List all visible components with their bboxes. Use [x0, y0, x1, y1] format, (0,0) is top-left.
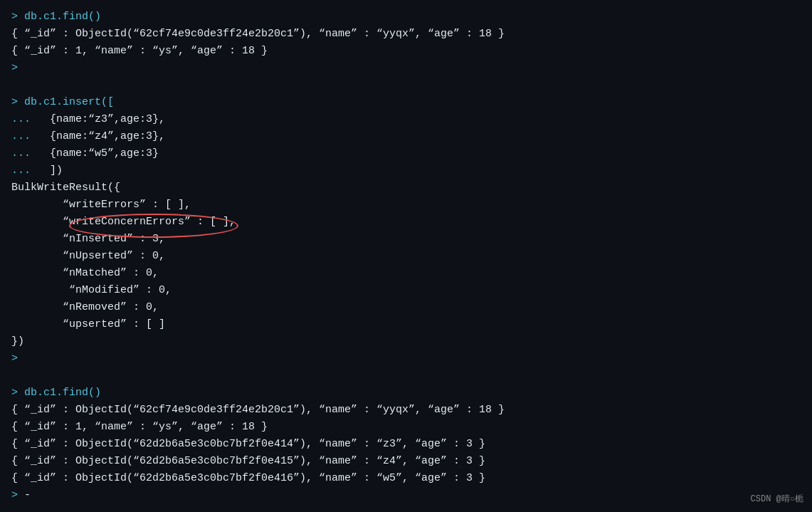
prompt-symbol: > — [11, 385, 24, 402]
line-15: “nUpserted” : 0, — [11, 248, 801, 265]
line-11: BulkWriteResult({ — [11, 179, 801, 197]
result-text: { “_id” : ObjectId(“62d2b6a5e3c0bc7bf2f0… — [11, 436, 485, 453]
watermark: CSDN @晴○栀 — [751, 493, 803, 506]
cursor-dash: - — [24, 487, 31, 504]
result-text: “nMatched” : 0, — [11, 265, 159, 282]
line-29: > - — [11, 487, 801, 504]
ellipsis: ... — [11, 128, 37, 145]
result-text: “writeConcernErrors” : [ ], — [11, 214, 236, 231]
result-text: { “_id” : ObjectId(“62cf74e9c0de3ff24e2b… — [11, 402, 505, 419]
line-16: “nMatched” : 0, — [11, 265, 801, 282]
result-text: { “_id” : ObjectId(“62d2b6a5e3c0bc7bf2f0… — [11, 453, 485, 470]
line-28: { “_id” : ObjectId(“62d2b6a5e3c0bc7bf2f0… — [11, 470, 801, 487]
terminal: > db.c1.find() { “_id” : ObjectId(“62cf7… — [0, 0, 812, 512]
result-text: { “_id” : ObjectId(“62cf74e9c0de3ff24e2b… — [11, 26, 505, 43]
line-3: { “_id” : 1, “name” : “ys”, “age” : 18 } — [11, 43, 801, 60]
line-21: > — [11, 350, 801, 367]
line-1: > db.c1.find() — [11, 9, 801, 26]
prompt-gt: > — [11, 350, 18, 367]
prompt-symbol: > — [11, 9, 24, 26]
line-4: > — [11, 60, 801, 77]
line-27: { “_id” : ObjectId(“62d2b6a5e3c0bc7bf2f0… — [11, 453, 801, 470]
line-2: { “_id” : ObjectId(“62cf74e9c0de3ff24e2b… — [11, 26, 801, 43]
line-23: > db.c1.find() — [11, 385, 801, 402]
command-text: db.c1.find() — [24, 385, 101, 402]
result-text: }) — [11, 333, 24, 350]
result-text: “writeErrors” : [ ], — [11, 197, 191, 214]
code-text: {name:“w5”,age:3} — [37, 145, 159, 162]
result-text: “nModified” : 0, — [11, 282, 172, 299]
line-25: { “_id” : 1, “name” : “ys”, “age” : 18 } — [11, 419, 801, 436]
command-text: db.c1.find() — [24, 9, 101, 26]
line-6: > db.c1.insert([ — [11, 94, 801, 111]
result-text: BulkWriteResult({ — [11, 179, 120, 197]
line-7: ... {name:“z3”,age:3}, — [11, 111, 801, 128]
result-text: { “_id” : ObjectId(“62d2b6a5e3c0bc7bf2f0… — [11, 470, 485, 487]
ellipsis: ... — [11, 111, 37, 128]
line-12: “writeErrors” : [ ], — [11, 197, 801, 214]
line-13: “writeConcernErrors” : [ ], — [11, 214, 801, 231]
line-8: ... {name:“z4”,age:3}, — [11, 128, 801, 145]
code-text: {name:“z3”,age:3}, — [37, 111, 165, 128]
ellipsis: ... — [11, 145, 37, 162]
line-24: { “_id” : ObjectId(“62cf74e9c0de3ff24e2b… — [11, 402, 801, 419]
line-14-highlighted: “nInserted” : 3, — [11, 231, 801, 248]
line-22 — [11, 367, 801, 385]
result-text: “nInserted” : 3, — [11, 231, 165, 248]
line-18: “nRemoved” : 0, — [11, 299, 801, 316]
line-5 — [11, 77, 801, 94]
prompt-symbol: > — [11, 94, 24, 111]
code-text: {name:“z4”,age:3}, — [37, 128, 165, 145]
prompt-gt: > — [11, 60, 18, 77]
result-text: { “_id” : 1, “name” : “ys”, “age” : 18 } — [11, 43, 268, 60]
line-20: }) — [11, 333, 801, 350]
result-text: { “_id” : 1, “name” : “ys”, “age” : 18 } — [11, 419, 268, 436]
result-text: “nUpserted” : 0, — [11, 248, 165, 265]
ellipsis: ... — [11, 162, 37, 179]
result-text: “nRemoved” : 0, — [11, 299, 159, 316]
line-9: ... {name:“w5”,age:3} — [11, 145, 801, 162]
line-19: “upserted” : [ ] — [11, 316, 801, 333]
prompt-gt: > — [11, 487, 24, 504]
command-text: db.c1.insert([ — [24, 94, 114, 111]
line-17: “nModified” : 0, — [11, 282, 801, 299]
code-text: ]) — [37, 162, 63, 179]
line-10: ... ]) — [11, 162, 801, 179]
line-26: { “_id” : ObjectId(“62d2b6a5e3c0bc7bf2f0… — [11, 436, 801, 453]
result-text: “upserted” : [ ] — [11, 316, 165, 333]
